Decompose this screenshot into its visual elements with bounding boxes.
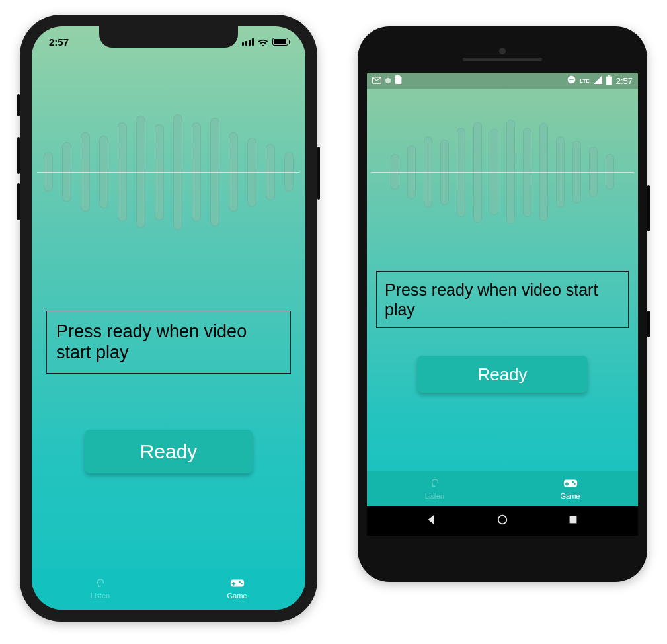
ready-button-label: Ready [140, 440, 198, 463]
tab-label: Game [227, 592, 247, 600]
waveform-graphic [367, 112, 638, 231]
ready-button[interactable]: Ready [85, 430, 253, 473]
back-icon[interactable] [426, 514, 438, 528]
svg-rect-8 [606, 76, 612, 84]
sim-icon [395, 75, 402, 86]
android-power [647, 311, 650, 337]
tab-game[interactable]: Game [502, 471, 638, 506]
tab-label: Game [561, 492, 580, 500]
ios-clock: 2:57 [49, 36, 69, 48]
svg-point-14 [574, 483, 576, 485]
cellular-icon [242, 38, 254, 46]
instruction-box: Press ready when video start play [376, 271, 629, 328]
android-nav-bar [367, 506, 638, 536]
android-speaker [463, 58, 542, 61]
android-clock: 2:57 [616, 76, 633, 86]
android-screen: LTE 2:57 Press ready when video star [367, 73, 638, 536]
ear-icon [428, 477, 442, 491]
mail-icon [372, 76, 381, 86]
svg-rect-2 [231, 583, 235, 584]
svg-rect-16 [570, 516, 577, 524]
android-tab-bar: Listen Game [367, 471, 638, 506]
android-content: LTE 2:57 Press ready when video star [367, 73, 638, 506]
waveform-midline [37, 172, 300, 173]
svg-point-3 [239, 581, 241, 583]
iphone-mockup: 2:57 Press ready when video start play R… [20, 15, 317, 622]
wifi-icon [258, 38, 268, 46]
battery-icon [272, 38, 288, 46]
instruction-text: Press ready when video start play [56, 321, 247, 362]
home-icon[interactable] [496, 514, 508, 528]
svg-rect-7 [569, 79, 574, 80]
tab-listen[interactable]: Listen [367, 471, 502, 506]
instruction-text: Press ready when video start play [385, 280, 598, 319]
tab-label: Listen [425, 492, 444, 500]
android-mockup: LTE 2:57 Press ready when video star [358, 26, 647, 582]
svg-rect-9 [608, 75, 610, 77]
iphone-screen: 2:57 Press ready when video start play R… [32, 26, 305, 610]
lte-label: LTE [580, 78, 590, 84]
ready-button[interactable]: Ready [417, 356, 588, 393]
svg-rect-12 [565, 483, 569, 485]
android-top [358, 38, 647, 70]
waveform-midline [371, 172, 634, 173]
gamepad-icon [230, 577, 245, 590]
svg-point-13 [572, 481, 574, 483]
ear-icon [93, 577, 108, 590]
waveform-graphic [32, 106, 305, 238]
svg-point-4 [241, 583, 243, 585]
instruction-box: Press ready when video start play [46, 311, 291, 374]
gamepad-icon [563, 477, 578, 491]
ios-status-bar: 2:57 [32, 33, 305, 50]
signal-icon [594, 75, 602, 86]
tab-label: Listen [91, 592, 110, 600]
iphone-power [317, 147, 320, 200]
dnd-icon [567, 75, 576, 86]
recent-icon[interactable] [567, 514, 579, 528]
dot-icon [385, 78, 391, 83]
android-camera [499, 48, 506, 54]
svg-point-15 [498, 516, 507, 524]
ready-button-label: Ready [477, 364, 527, 385]
battery-icon [606, 75, 612, 87]
android-status-bar: LTE 2:57 [367, 73, 638, 89]
android-vol [647, 185, 650, 231]
